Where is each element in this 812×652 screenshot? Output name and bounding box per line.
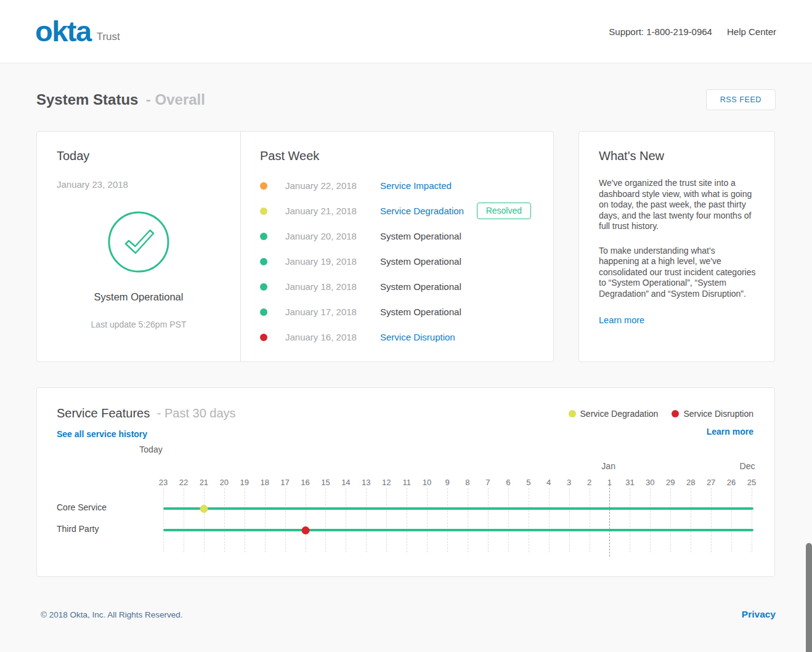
axis-tick-label: 10 <box>423 478 431 487</box>
legend-dot-icon <box>672 410 679 417</box>
incident-dot[interactable] <box>301 526 309 534</box>
day-gridline <box>468 488 468 552</box>
status-dot-icon <box>260 207 267 215</box>
day-gridline <box>224 488 225 552</box>
service-features-header-left: Service Features - Past 30 days See all … <box>57 406 236 440</box>
whats-new-paragraph-1: We've organized the trust site into a da… <box>599 178 757 232</box>
day-gridline <box>590 488 590 552</box>
day-gridline <box>650 488 651 552</box>
incident-status-link[interactable]: Service Degradation <box>380 206 464 216</box>
day-gridline <box>163 488 164 552</box>
day-gridline <box>427 488 428 552</box>
axis-tick-label: 3 <box>567 478 571 487</box>
incident-status-text: System Operational <box>380 231 461 241</box>
incident-date: January 22, 2018 <box>285 180 380 191</box>
incident-date: January 18, 2018 <box>285 281 380 292</box>
axis-tick-label: 13 <box>362 478 370 487</box>
day-gridline <box>204 488 205 552</box>
axis-tick-label: 23 <box>159 478 168 487</box>
day-gridline <box>285 488 286 552</box>
month-label: Jan <box>601 461 615 471</box>
whats-new-card-title: What's New <box>599 149 755 163</box>
whats-new-learn-more-link[interactable]: Learn more <box>599 315 644 325</box>
status-dot-icon <box>260 334 267 341</box>
service-features-card: Service Features - Past 30 days See all … <box>36 387 775 577</box>
day-gridline <box>488 488 489 552</box>
chart-plot-area: Today 2322212019181716151413121110987654… <box>163 445 752 561</box>
past-week-card-title: Past Week <box>260 149 534 163</box>
incident-status-text: System Operational <box>380 307 461 317</box>
axis-tick-label: 16 <box>301 478 309 487</box>
past-week-row: January 21, 2018Service DegradationResol… <box>260 198 534 223</box>
incident-status-link[interactable]: Service Disruption <box>380 332 455 342</box>
page-subtitle: - Overall <box>146 91 205 108</box>
axis-tick-label: 4 <box>546 478 551 487</box>
page-title-row: System Status - Overall RSS FEED <box>36 89 776 110</box>
help-center-link[interactable]: Help Center <box>727 26 776 37</box>
day-gridline <box>325 488 326 552</box>
rss-feed-button[interactable]: RSS FEED <box>706 89 776 110</box>
incident-status-text: System Operational <box>380 256 461 267</box>
day-gridline <box>346 488 346 552</box>
vertical-scrollbar-thumb[interactable] <box>806 543 812 652</box>
past-week-row: January 16, 2018Service Disruption <box>260 324 534 350</box>
service-timeline-chart: Today 2322212019181716151413121110987654… <box>57 445 753 561</box>
status-dot-icon <box>260 283 267 291</box>
legend-item: Service Disruption <box>672 409 753 419</box>
okta-logo[interactable]: okta <box>35 20 91 44</box>
page-footer: © 2018 Okta, Inc. All Rights Reserved. P… <box>0 609 812 620</box>
axis-tick-label: 28 <box>686 478 695 487</box>
support-phone: Support: 1-800-219-0964 <box>609 26 712 37</box>
axis-tick-label: 26 <box>727 478 736 487</box>
status-dot-icon <box>260 258 267 265</box>
incident-date: January 20, 2018 <box>285 231 380 241</box>
logo-trust-label: Trust <box>97 31 120 43</box>
day-gridline <box>508 488 509 552</box>
incident-date: January 19, 2018 <box>285 256 380 267</box>
axis-tick-label: 20 <box>220 478 229 487</box>
past-week-row: January 18, 2018System Operational <box>260 274 534 299</box>
axis-tick-label: 14 <box>341 478 350 487</box>
axis-tick-label: 5 <box>526 478 530 487</box>
axis-tick-label: 17 <box>280 478 289 487</box>
incident-status-link[interactable]: Service Impacted <box>380 180 452 191</box>
okta-trust-logo[interactable]: okta Trust <box>35 20 120 44</box>
day-gridline <box>184 488 184 552</box>
day-gridline <box>731 488 732 552</box>
status-dot-icon <box>260 233 267 240</box>
service-features-title: Service Features <box>57 406 150 420</box>
day-gridline <box>529 488 529 552</box>
privacy-link[interactable]: Privacy <box>742 609 776 620</box>
past-week-card: Past Week January 22, 2018Service Impact… <box>240 132 553 361</box>
past-week-row: January 22, 2018Service Impacted <box>260 173 534 198</box>
axis-tick-label: 29 <box>666 478 675 487</box>
service-features-learn-more-link[interactable]: Learn more <box>707 427 753 437</box>
axis-tick-label: 30 <box>646 478 654 487</box>
copyright-text: © 2018 Okta, Inc. All Rights Reserved. <box>41 610 183 619</box>
past-week-row: January 19, 2018System Operational <box>260 249 534 274</box>
status-dot-icon <box>260 308 267 316</box>
service-features-subtitle: - Past 30 days <box>157 406 236 420</box>
day-gridline <box>569 488 570 552</box>
today-card-title: Today <box>57 149 221 163</box>
day-gridline <box>549 488 550 552</box>
day-gridline <box>752 488 752 552</box>
axis-tick-label: 21 <box>200 478 208 487</box>
day-gridline <box>306 488 306 552</box>
service-features-header-right: Service DegradationService Disruption Le… <box>569 406 753 440</box>
status-card: Today January 23, 2018 System Operationa… <box>36 131 554 362</box>
axis-tick-label: 18 <box>260 478 269 487</box>
page-title-group: System Status - Overall <box>36 91 205 108</box>
day-gridline <box>670 488 671 552</box>
past-week-list: January 22, 2018Service ImpactedJanuary … <box>260 173 534 350</box>
see-all-service-history-link[interactable]: See all service history <box>57 429 147 439</box>
incident-dot[interactable] <box>200 505 208 513</box>
day-gridline <box>386 488 387 552</box>
month-boundary-gridline <box>609 485 610 557</box>
past-week-row: January 20, 2018System Operational <box>260 223 534 249</box>
header-links: Support: 1-800-219-0964 Help Center <box>609 26 776 37</box>
axis-tick-label: 11 <box>402 478 411 487</box>
past-week-row: January 17, 2018System Operational <box>260 299 534 324</box>
status-cards-row: Today January 23, 2018 System Operationa… <box>36 131 776 362</box>
day-gridline <box>245 488 245 552</box>
